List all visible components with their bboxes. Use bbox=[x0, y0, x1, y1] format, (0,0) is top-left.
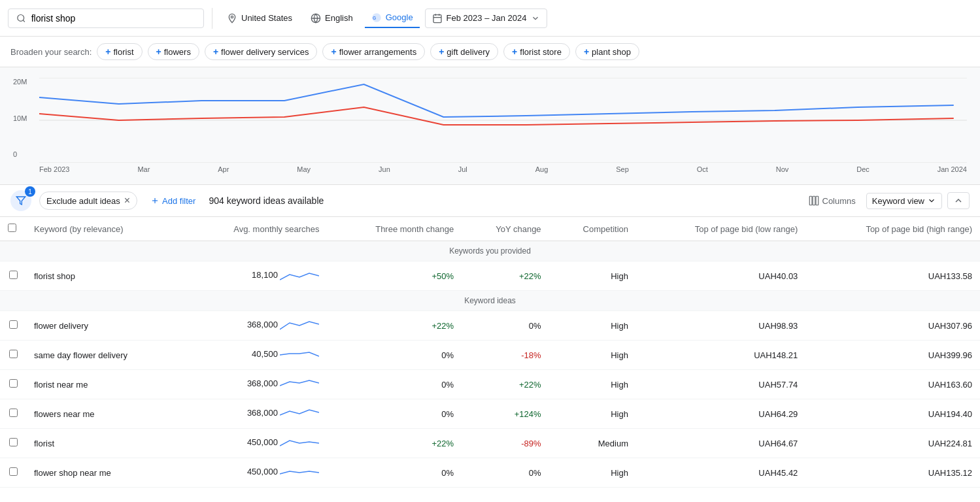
filter-button[interactable]: 1 bbox=[10, 190, 31, 211]
collapse-button[interactable] bbox=[947, 192, 970, 209]
translate-icon bbox=[311, 13, 321, 24]
avg-monthly-cell: 368,000 bbox=[182, 311, 328, 341]
col-bid-high[interactable]: Top of page bid (high range) bbox=[805, 217, 980, 241]
search-input[interactable] bbox=[31, 13, 195, 24]
add-filter-button[interactable]: Add filter bbox=[145, 193, 201, 209]
platform-label: Google bbox=[386, 12, 413, 22]
location-selector[interactable]: United States bbox=[220, 9, 299, 27]
three-month-cell: 0% bbox=[327, 341, 462, 370]
broaden-chip-plant-shop[interactable]: + plant shop bbox=[575, 43, 639, 60]
chart-x-labels: Feb 2023 Mar Apr May Jun Jul Aug Sep Oct… bbox=[39, 165, 967, 173]
competition-cell: High bbox=[549, 370, 636, 399]
three-month-cell: 0% bbox=[327, 370, 462, 399]
col-bid-low[interactable]: Top of page bid (low range) bbox=[636, 217, 805, 241]
chart-y-labels: 20M 10M 0 bbox=[13, 78, 27, 158]
search-box[interactable] bbox=[8, 8, 204, 28]
broaden-chip-flower-delivery-services[interactable]: + flower delivery services bbox=[205, 43, 318, 60]
bid-low-cell: UAH45.42 bbox=[636, 458, 805, 488]
broaden-chip-flower-arrangements[interactable]: + flower arrangements bbox=[322, 43, 425, 60]
date-selector[interactable]: Feb 2023 – Jan 2024 bbox=[425, 8, 547, 28]
avg-monthly-cell: 368,000 bbox=[182, 370, 328, 399]
platform-selector[interactable]: G Google bbox=[365, 8, 420, 28]
row-checkbox[interactable] bbox=[9, 379, 18, 388]
keyword-cell: flower shop near me bbox=[26, 458, 182, 488]
svg-text:G: G bbox=[373, 15, 376, 20]
competition-cell: High bbox=[549, 488, 636, 492]
table-row: florist 450,000 +22% -89% Medium UAH64.6… bbox=[0, 429, 980, 458]
toolbar-right: Columns Keyword view bbox=[803, 192, 970, 209]
x-label-jul: Jul bbox=[458, 165, 467, 173]
keyword-view-button[interactable]: Keyword view bbox=[866, 193, 942, 209]
bid-high-cell: UAH245.60 bbox=[805, 488, 980, 492]
chart-svg-container bbox=[39, 78, 967, 163]
table-row: flowers near me 368,000 0% +124% High UA… bbox=[0, 399, 980, 429]
close-icon[interactable]: × bbox=[124, 195, 130, 207]
row-checkbox[interactable] bbox=[9, 438, 18, 446]
bid-high-cell: UAH224.81 bbox=[805, 429, 980, 458]
row-checkbox[interactable] bbox=[9, 467, 18, 476]
avg-monthly-cell: 40,500 bbox=[182, 488, 328, 492]
col-avg-monthly[interactable]: Avg. monthly searches bbox=[182, 217, 328, 241]
language-selector[interactable]: English bbox=[304, 9, 360, 27]
broaden-chip-gift-delivery[interactable]: + gift delivery bbox=[430, 43, 498, 60]
broaden-chip-label: florist bbox=[113, 47, 133, 57]
bid-low-cell: UAH148.21 bbox=[636, 341, 805, 370]
col-competition[interactable]: Competition bbox=[549, 217, 636, 241]
svg-marker-12 bbox=[16, 197, 25, 205]
col-keyword[interactable]: Keyword (by relevance) bbox=[26, 217, 182, 241]
broaden-chip-flowers[interactable]: + flowers bbox=[148, 43, 199, 60]
columns-button[interactable]: Columns bbox=[803, 192, 861, 209]
x-label-jan: Jan 2024 bbox=[938, 165, 967, 173]
row-checkbox[interactable] bbox=[9, 271, 18, 279]
x-label-aug: Aug bbox=[535, 165, 549, 173]
broaden-chip-label: gift delivery bbox=[447, 47, 490, 57]
table-header-row: Keyword (by relevance) Avg. monthly sear… bbox=[0, 217, 980, 241]
competition-cell: High bbox=[549, 399, 636, 429]
broaden-chip-florist-store[interactable]: + florist store bbox=[503, 43, 570, 60]
broaden-search-bar: Broaden your search: + florist + flowers… bbox=[0, 37, 980, 67]
three-month-cell: +22% bbox=[327, 429, 462, 458]
col-yoy[interactable]: YoY change bbox=[462, 217, 549, 241]
plus-icon bbox=[150, 196, 160, 205]
chevron-down-icon bbox=[927, 196, 936, 205]
x-label-dec: Dec bbox=[856, 165, 870, 173]
y-label-10m: 10M bbox=[13, 114, 27, 122]
broaden-chip-label: plant shop bbox=[592, 47, 631, 57]
location-label: United States bbox=[241, 13, 292, 23]
select-all-checkbox[interactable] bbox=[8, 224, 16, 232]
x-label-feb: Feb 2023 bbox=[39, 165, 69, 173]
avg-monthly-cell: 368,000 bbox=[182, 399, 328, 429]
bid-low-cell: UAH64.29 bbox=[636, 399, 805, 429]
keyword-cell: same day flower delivery bbox=[26, 341, 182, 370]
keywords-table: Keyword (by relevance) Avg. monthly sear… bbox=[0, 217, 980, 492]
row-checkbox[interactable] bbox=[9, 350, 18, 358]
bid-low-cell: UAH98.93 bbox=[636, 311, 805, 341]
keyword-count: 904 keyword ideas available bbox=[209, 195, 794, 206]
yoy-cell: -18% bbox=[462, 341, 549, 370]
add-filter-label: Add filter bbox=[162, 196, 195, 206]
yoy-cell: +22% bbox=[462, 488, 549, 492]
col-three-month[interactable]: Three month change bbox=[327, 217, 462, 241]
avg-monthly-cell: 40,500 bbox=[182, 341, 328, 370]
svg-point-0 bbox=[18, 14, 24, 21]
competition-cell: High bbox=[549, 261, 636, 291]
x-label-oct: Oct bbox=[697, 165, 708, 173]
broaden-chip-label: florist store bbox=[520, 47, 562, 57]
x-label-apr: Apr bbox=[218, 165, 229, 173]
three-month-cell: +22% bbox=[327, 488, 462, 492]
broaden-chip-florist[interactable]: + florist bbox=[97, 43, 142, 60]
exclude-adult-chip[interactable]: Exclude adult ideas × bbox=[39, 192, 137, 210]
keyword-cell: florist bbox=[26, 429, 182, 458]
row-checkbox[interactable] bbox=[9, 409, 18, 417]
broaden-chip-label: flowers bbox=[164, 47, 191, 57]
row-checkbox[interactable] bbox=[9, 320, 18, 329]
broaden-chip-label: flower arrangements bbox=[339, 47, 417, 57]
language-label: English bbox=[325, 13, 353, 23]
table-row: flower shop near me 450,000 0% 0% High U… bbox=[0, 458, 980, 488]
bid-high-cell: UAH399.96 bbox=[805, 341, 980, 370]
table-row: same day flower delivery 40,500 0% -18% … bbox=[0, 341, 980, 370]
competition-cell: Medium bbox=[549, 429, 636, 458]
svg-line-1 bbox=[23, 20, 25, 22]
calendar-icon bbox=[432, 13, 443, 24]
trend-chart bbox=[39, 78, 967, 163]
